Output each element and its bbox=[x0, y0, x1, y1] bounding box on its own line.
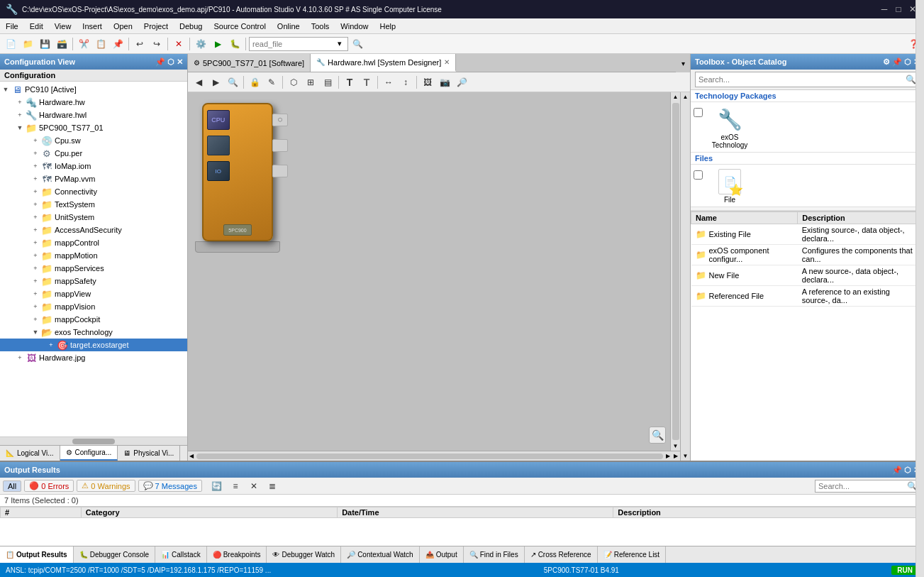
file-checkbox[interactable] bbox=[694, 170, 703, 180]
ct-btn2[interactable]: ▶ bbox=[208, 75, 223, 90]
bottom-tab-find-files[interactable]: 🔍 Find in Files bbox=[464, 546, 525, 563]
search-toolbar-input[interactable] bbox=[252, 40, 338, 48]
ct-btn6[interactable]: ⬡ bbox=[286, 75, 301, 90]
catalog-vscroll[interactable] bbox=[915, 211, 924, 461]
tree-item-mappvision[interactable]: + 📁 mappVision bbox=[0, 300, 187, 313]
canvas-hscroll[interactable]: ◀ ▶ ▶ bbox=[188, 451, 680, 461]
tree-item-hardware-hw[interactable]: + 🔩 Hardware.hw bbox=[0, 96, 187, 109]
mm-expander[interactable]: + bbox=[31, 251, 40, 260]
ct-btn12[interactable]: 📷 bbox=[437, 75, 452, 90]
tree-item-hardware-hwl[interactable]: + 🔧 Hardware.hwl bbox=[0, 109, 187, 121]
5pc900-expander[interactable]: ▼ bbox=[16, 123, 24, 132]
bottom-tab-cross-ref[interactable]: ↗ Cross Reference bbox=[525, 546, 598, 563]
tree-item-target[interactable]: + 🎯 target.exostarget bbox=[0, 339, 187, 351]
mco-expander[interactable]: + bbox=[31, 315, 40, 324]
catalog-row-existing[interactable]: 📁 Existing File Existing source-, data o… bbox=[691, 224, 924, 245]
messages-button[interactable]: 💬 7 Messages bbox=[138, 480, 202, 492]
hwl-expander[interactable]: + bbox=[16, 111, 24, 119]
menu-item-file[interactable]: File bbox=[0, 21, 24, 32]
hw-expander[interactable]: + bbox=[16, 98, 24, 106]
menu-item-insert[interactable]: Insert bbox=[77, 21, 108, 32]
bottom-tab-output2[interactable]: 📤 Output bbox=[420, 546, 464, 563]
output-search-input[interactable] bbox=[818, 482, 907, 490]
bottom-tab-ref-list[interactable]: 📝 Reference List bbox=[598, 546, 666, 563]
tree-item-cpu-per[interactable]: + ⚙ Cpu.per bbox=[0, 147, 187, 160]
ct-btn5[interactable]: ✎ bbox=[264, 75, 279, 90]
output-panel-pin[interactable]: 📌 bbox=[892, 466, 902, 475]
ct-t2[interactable]: T bbox=[359, 75, 374, 90]
output-btn4[interactable]: ≣ bbox=[265, 478, 280, 494]
catalog-row-referenced[interactable]: 📁 Referenced File A reference to an exis… bbox=[691, 286, 924, 307]
zoom-button[interactable]: 🔍 bbox=[649, 427, 666, 444]
mv-expander[interactable]: + bbox=[31, 290, 40, 298]
new-button[interactable]: 📄 bbox=[3, 36, 18, 52]
run-button[interactable]: ▶ bbox=[210, 36, 226, 52]
ct-btn11[interactable]: 🖼 bbox=[420, 75, 435, 90]
build-button[interactable]: ⚙️ bbox=[193, 36, 208, 52]
bottom-tab-breakpoints[interactable]: 🔴 Breakpoints bbox=[207, 546, 267, 563]
doc-tab-arrow[interactable]: ▾ bbox=[676, 54, 690, 72]
warnings-button[interactable]: ⚠ 0 Warnings bbox=[77, 480, 135, 492]
catalog-row-exos[interactable]: 📁 exOS component configur... Configures … bbox=[691, 245, 924, 265]
tree-item-mappservices[interactable]: + 📁 mappServices bbox=[0, 262, 187, 275]
ct-btn13[interactable]: 🔎 bbox=[454, 75, 469, 90]
all-button[interactable]: All bbox=[3, 480, 21, 492]
mvi-expander[interactable]: + bbox=[31, 302, 40, 311]
catalog-row-new[interactable]: 📁 New File A new source-, data object-, … bbox=[691, 265, 924, 286]
menu-item-tools[interactable]: Tools bbox=[306, 21, 335, 32]
tree-item-accesssecurity[interactable]: + 📁 AccessAndSecurity bbox=[0, 224, 187, 236]
left-panel-pin[interactable]: 📌 bbox=[155, 57, 165, 67]
copy-button[interactable]: 📋 bbox=[93, 36, 108, 52]
exos-tech-checkbox[interactable] bbox=[694, 108, 703, 117]
left-panel-float[interactable]: ⬡ bbox=[167, 57, 174, 67]
errors-button[interactable]: 🔴 0 Errors bbox=[24, 480, 74, 492]
search-dropdown-icon[interactable]: ▾ bbox=[338, 39, 342, 48]
output-btn1[interactable]: 🔄 bbox=[209, 478, 225, 494]
right-search-icon[interactable]: 🔍 bbox=[906, 75, 916, 84]
menu-item-source-control[interactable]: Source Control bbox=[208, 21, 271, 32]
tree-item-textsystem[interactable]: + 📁 TextSystem bbox=[0, 198, 187, 211]
undo-button[interactable]: ↩ bbox=[132, 36, 147, 52]
left-hscroll[interactable] bbox=[0, 436, 187, 445]
ct-btn7[interactable]: ⊞ bbox=[303, 75, 318, 90]
conn-expander[interactable]: + bbox=[31, 187, 40, 196]
tree-item-iomap[interactable]: + 🗺 IoMap.iom bbox=[0, 160, 187, 172]
as-expander[interactable]: + bbox=[31, 226, 40, 234]
tree-item-pvmap[interactable]: + 🗺 PvMap.vvm bbox=[0, 172, 187, 185]
minimize-button[interactable]: ─ bbox=[879, 4, 890, 15]
bottom-tab-debugger-console[interactable]: 🐛 Debugger Console bbox=[74, 546, 155, 563]
menu-item-window[interactable]: Window bbox=[335, 21, 374, 32]
maximize-button[interactable]: □ bbox=[893, 4, 904, 15]
doc-tab-software[interactable]: ⚙ 5PC900_TS77_01 [Software] bbox=[188, 54, 311, 72]
tree-item-cpu-sw[interactable]: + 💿 Cpu.sw bbox=[0, 134, 187, 147]
ts-expander[interactable]: + bbox=[31, 200, 40, 209]
menu-item-help[interactable]: Help bbox=[374, 21, 401, 32]
menu-item-open[interactable]: Open bbox=[108, 21, 138, 32]
root-expander[interactable]: ▼ bbox=[1, 85, 10, 94]
tree-item-hardware-jpg[interactable]: + 🖼 Hardware.jpg bbox=[0, 351, 187, 364]
output-btn3[interactable]: ✕ bbox=[246, 478, 262, 494]
et-expander[interactable]: ▼ bbox=[31, 328, 40, 336]
right-outer-vscroll[interactable]: ▲ ▼ bbox=[680, 92, 690, 461]
msa-expander[interactable]: + bbox=[31, 277, 40, 285]
cut-button[interactable]: ✂️ bbox=[76, 36, 91, 52]
paste-button[interactable]: 📌 bbox=[110, 36, 126, 52]
stop-button[interactable]: ✕ bbox=[171, 36, 187, 52]
ms-expander[interactable]: + bbox=[31, 264, 40, 273]
right-search-box[interactable]: 🔍 bbox=[695, 72, 920, 87]
ct-btn9[interactable]: ↔ bbox=[381, 75, 396, 90]
menu-item-project[interactable]: Project bbox=[138, 21, 174, 32]
tree-item-mappmotion[interactable]: + 📁 mappMotion bbox=[0, 249, 187, 262]
open-button[interactable]: 📁 bbox=[20, 36, 35, 52]
menu-item-edit[interactable]: Edit bbox=[24, 21, 49, 32]
save-button[interactable]: 💾 bbox=[37, 36, 52, 52]
ct-btn1[interactable]: ◀ bbox=[191, 75, 206, 90]
tree-item-connectivity[interactable]: + 📁 Connectivity bbox=[0, 185, 187, 198]
ct-btn10[interactable]: ↕ bbox=[398, 75, 413, 90]
hwl-tab-close[interactable]: ✕ bbox=[444, 58, 450, 66]
pvmap-expander[interactable]: + bbox=[31, 175, 40, 183]
tree-item-mappcockpit[interactable]: + 📁 mappCockpit bbox=[0, 313, 187, 326]
bottom-tab-contextual-watch[interactable]: 🔎 Contextual Watch bbox=[341, 546, 420, 563]
output-search-box[interactable]: 🔍 bbox=[815, 480, 921, 493]
mc-expander[interactable]: + bbox=[31, 238, 40, 247]
